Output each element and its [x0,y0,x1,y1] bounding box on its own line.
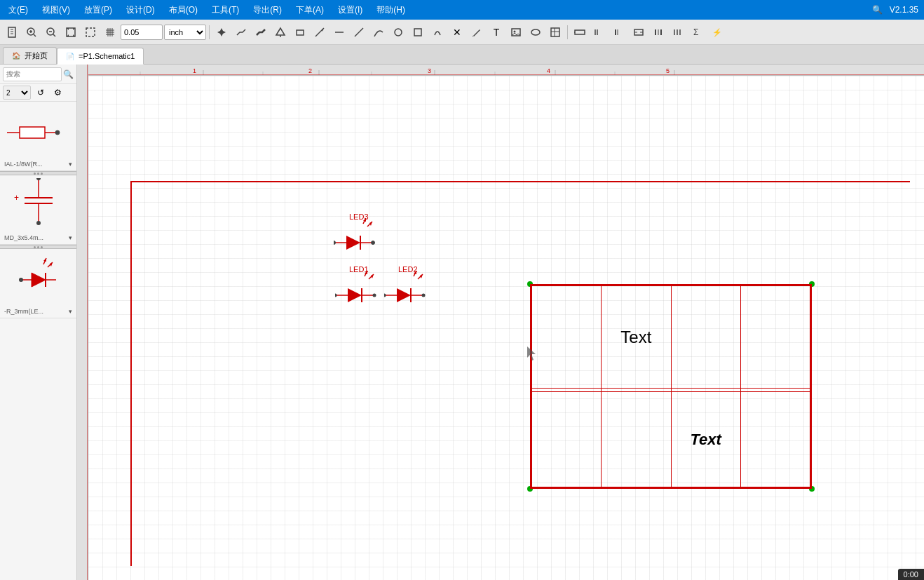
toolbar-wire[interactable] [232,23,250,41]
menu-layout[interactable]: 布局(O) [166,3,201,18]
menu-design[interactable]: 设计(D) [123,3,158,18]
title-search-icon[interactable]: 🔍 [871,4,884,16]
table-cell-r3c1[interactable] [532,392,602,487]
svg-text:+: + [14,193,19,203]
toolbar-text[interactable]: T [487,23,505,41]
toolbar-rect[interactable] [291,23,309,41]
svg-marker-19 [220,28,223,31]
toolbar-draw-tools[interactable] [330,23,348,41]
toolbar-move[interactable] [212,23,231,41]
svg-rect-32 [414,29,421,36]
svg-text:LED2: LED2 [398,265,418,274]
toolbar-pen[interactable] [468,23,486,41]
tab-schematic[interactable]: 📄 =P1.Schematic1 [57,48,144,65]
schematic-table[interactable]: Text [530,284,812,489]
unit-select[interactable]: inch mm mil [164,25,206,40]
sidebar-search-input[interactable] [3,67,62,81]
toolbar-curve[interactable] [369,23,388,41]
menu-place[interactable]: 放置(P) [81,3,115,18]
toolbar-image[interactable] [507,23,525,41]
toolbar-arc[interactable] [428,23,447,41]
table-cell-r1c3[interactable] [671,286,740,389]
toolbar-zoom-in[interactable] [22,23,41,41]
toolbar-comp6[interactable] [669,23,687,41]
menu-help[interactable]: 帮助(H) [374,3,408,18]
menu-view[interactable]: 视图(V) [39,3,73,18]
menu-edit[interactable]: 文(E) [6,3,31,18]
toolbar-diag-line[interactable] [350,23,368,41]
toolbar-table[interactable] [546,23,564,41]
snap-value-input[interactable] [121,25,163,40]
toolbar-comp7[interactable]: Σ [688,23,707,41]
toolbar-select[interactable] [81,23,100,41]
toolbar-comp2[interactable] [590,23,609,41]
tab-schematic-label: =P1.Schematic1 [79,52,135,60]
svg-marker-113 [348,288,362,302]
horizontal-ruler: 1 2 3 4 5 [77,65,924,76]
menu-settings[interactable]: 设置(I) [335,3,365,18]
menu-tools[interactable]: 工具(T) [209,3,242,18]
toolbar-line[interactable] [311,23,329,41]
table-row-1: Text [532,286,810,389]
sidebar-search-area: 🔍 [0,65,76,84]
toolbar-delete[interactable]: ✕ [448,23,466,41]
sidebar-num-select[interactable]: 2 1 3 4 [3,86,31,100]
table-cell-r1c1[interactable] [532,286,602,389]
sidebar-controls: 2 1 3 4 ↺ ⚙ [0,84,76,102]
tab-home-label: 开始页 [25,50,48,61]
svg-point-106 [372,241,375,245]
svg-point-105 [334,241,336,245]
capacitor-label: MD_3x5.4m... ▾ [3,234,74,241]
svg-point-67 [36,221,41,225]
toolbar-new[interactable] [3,23,21,41]
snap-input-group: inch mm mil [121,25,206,40]
toolbar-ellipse[interactable] [526,23,545,41]
toolbar-comp4[interactable] [630,23,648,41]
svg-point-68 [36,178,41,180]
toolbar-square[interactable] [409,23,427,41]
led3-component[interactable]: LED3 [334,213,390,267]
home-icon: 🏠 [12,52,20,60]
toolbar-comp5[interactable] [649,23,667,41]
toolbar-comp1[interactable] [571,23,589,41]
sidebar-settings-btn[interactable]: ⚙ [50,86,64,100]
sidebar-search-icon[interactable]: 🔍 [63,69,74,79]
svg-rect-40 [575,30,585,34]
svg-text:Σ: Σ [693,27,698,37]
svg-text:5: 5 [666,67,670,74]
led-dropdown-arrow[interactable]: ▾ [69,308,72,315]
led2-component[interactable]: LED2 [384,265,440,320]
tab-home[interactable]: 🏠 开始页 [3,47,57,64]
resistor-dropdown-arrow[interactable]: ▾ [69,161,72,168]
toolbar-comp8[interactable]: ⚡ [708,23,726,41]
svg-rect-23 [220,31,223,34]
toolbar-circle[interactable] [389,23,407,41]
toolbar-comp3[interactable] [610,23,628,41]
toolbar-grid[interactable] [101,23,119,41]
toolbar-netpin[interactable] [271,23,290,41]
table-cell-r3c2[interactable] [602,392,671,487]
svg-marker-121 [420,274,423,278]
menu-order[interactable]: 下单(A) [293,3,327,18]
resistor-preview [3,104,74,161]
toolbar-bus[interactable] [252,23,270,41]
vertical-ruler [77,65,88,580]
toolbar-fit[interactable] [62,23,80,41]
menu-export[interactable]: 导出(R) [250,3,285,18]
table-cell-r1c2[interactable]: Text [602,286,671,389]
toolbar-zoom-out[interactable] [42,23,60,41]
table-cell-r3c4[interactable] [740,392,810,487]
table-cell-r1c4[interactable] [740,286,810,389]
table-row-3: Text [532,392,810,487]
table-cell-r3c3[interactable]: Text [671,392,740,487]
led1-component[interactable]: LED1 [335,265,391,320]
sidebar-refresh-btn[interactable]: ↺ [34,86,48,100]
schematic-canvas[interactable]: LED3 [88,76,924,580]
svg-marker-21 [217,31,220,34]
menu-bar[interactable]: 文(E) 视图(V) 放置(P) 设计(D) 布局(O) 工具(T) 导出(R)… [6,3,408,18]
toolbar-sep-2 [567,25,568,39]
svg-point-31 [395,29,402,36]
svg-rect-0 [8,27,15,37]
capacitor-dropdown-arrow[interactable]: ▾ [69,234,72,241]
divider-dots [34,173,43,175]
